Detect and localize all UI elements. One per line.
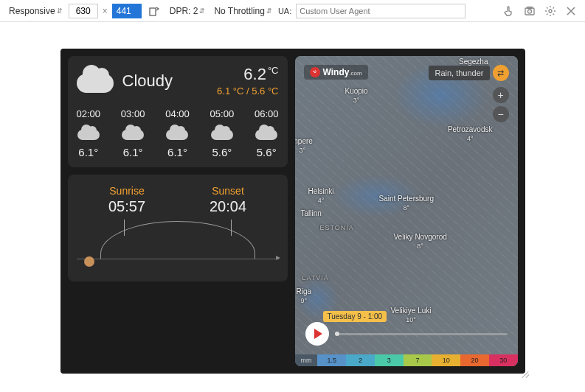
screenshot-icon[interactable] <box>522 3 538 19</box>
svg-rect-0 <box>150 8 156 15</box>
temp-unit: °C <box>268 65 279 76</box>
city-label: Riga9° <box>297 287 312 305</box>
sun-card: Sunrise05:57 Sunset20:04 ▸ <box>68 175 288 281</box>
rotate-icon[interactable] <box>146 4 162 18</box>
sunset-time: 20:04 <box>210 198 246 215</box>
country-label: LATVIA <box>302 274 329 281</box>
weather-map[interactable]: ༄ Windy.com Rain, thunder ⇄ + − Segezha … <box>295 56 518 366</box>
windy-icon: ༄ <box>310 67 320 77</box>
device-mode-select[interactable]: Responsive <box>6 4 64 18</box>
current-weather-card: Cloudy 6.2°C 6.1 °C / 5.6 °C 02:006.1° 0… <box>68 56 288 167</box>
close-icon[interactable] <box>563 3 579 19</box>
app-frame: Cloudy 6.2°C 6.1 °C / 5.6 °C 02:006.1° 0… <box>60 49 525 374</box>
country-label: ESTONIA <box>320 224 354 231</box>
city-label: Saint Petersburg8° <box>379 195 435 212</box>
hourly-forecast: 02:006.1° 03:006.1° 04:006.1° 05:005.6° … <box>77 108 279 158</box>
layer-label[interactable]: Rain, thunder <box>429 66 489 80</box>
city-label: Tallinn <box>301 209 322 218</box>
svg-point-2 <box>528 10 532 13</box>
devtools-toolbar: Responsive × DPR: 2 No Throttling UA: <box>0 0 585 22</box>
resize-handle-icon[interactable] <box>519 368 530 378</box>
city-label: Veliky Novgorod8° <box>394 233 447 251</box>
device-viewport: Cloudy 6.2°C 6.1 °C / 5.6 °C 02:006.1° 0… <box>0 22 585 392</box>
cloud-icon <box>166 125 188 140</box>
hour-item: 04:006.1° <box>165 108 190 158</box>
cloud-icon <box>255 125 277 140</box>
height-input[interactable] <box>112 4 142 18</box>
ua-label: UA: <box>278 7 291 15</box>
city-label: Helsinki4° <box>308 187 334 205</box>
sunrise-time: 05:57 <box>108 198 145 215</box>
hour-item: 03:006.1° <box>121 108 145 158</box>
cloud-icon <box>122 125 144 140</box>
condition-text: Cloudy <box>122 71 173 91</box>
sunrise-label: Sunrise <box>108 185 145 197</box>
throttling-select[interactable]: No Throttling <box>211 4 273 18</box>
current-temp: 6.2 <box>243 65 266 83</box>
sun-arc: ▸ <box>77 220 279 268</box>
timeline-slider[interactable] <box>335 333 508 335</box>
svg-point-4 <box>549 10 552 13</box>
city-label: Segezha <box>459 57 488 66</box>
city-label: Kuopio3° <box>345 87 368 105</box>
cloud-icon <box>211 125 233 140</box>
cloud-icon <box>77 66 114 96</box>
timeline-label: Tuesday 9 - 1:00 <box>323 311 387 322</box>
sunset-label: Sunset <box>210 185 246 197</box>
layer-toggle-icon[interactable]: ⇄ <box>493 65 509 81</box>
dpr-select[interactable]: DPR: 2 <box>167 4 207 18</box>
cloud-icon <box>77 125 100 140</box>
width-input[interactable] <box>69 4 98 18</box>
touch-icon[interactable] <box>501 3 517 19</box>
settings-icon[interactable] <box>542 3 558 19</box>
city-label: Petrozavodsk4° <box>448 125 493 143</box>
hour-item: 06:005.6° <box>255 108 279 158</box>
zoom-out-button[interactable]: − <box>493 106 509 122</box>
zoom-in-button[interactable]: + <box>493 87 509 103</box>
sun-position-icon <box>84 256 94 267</box>
windy-logo[interactable]: ༄ Windy.com <box>304 65 368 80</box>
hour-item: 05:005.6° <box>210 108 235 158</box>
hour-item: 02:006.1° <box>77 108 101 158</box>
temp-range: 6.1 °C / 5.6 °C <box>217 85 278 97</box>
dimension-separator: × <box>103 6 108 16</box>
play-button[interactable] <box>305 322 329 346</box>
color-scale: mm 1.5 2 3 7 10 20 30 <box>295 354 518 366</box>
city-label: mpere3° <box>295 137 313 155</box>
ua-input[interactable] <box>296 4 465 18</box>
